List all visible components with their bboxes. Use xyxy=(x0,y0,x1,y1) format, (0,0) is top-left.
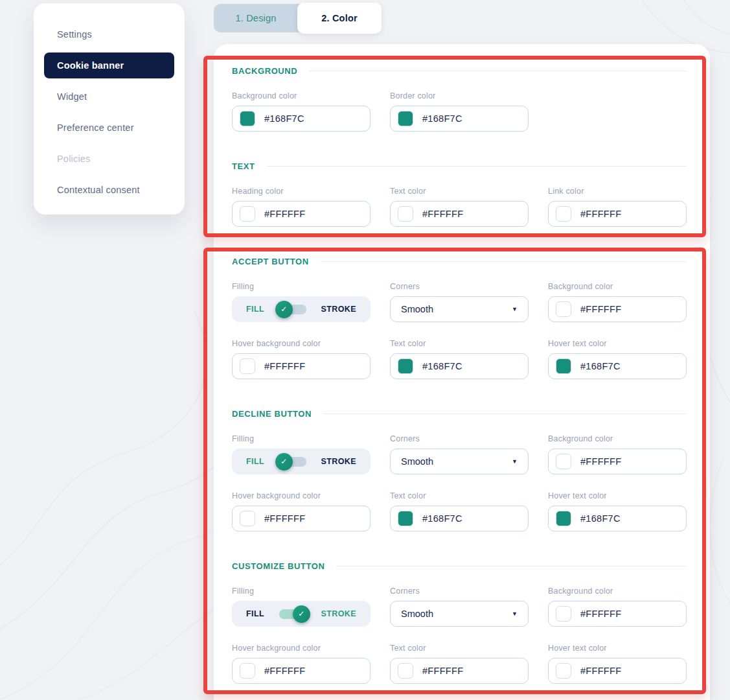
color-swatch[interactable] xyxy=(556,663,571,679)
field-label: Background color xyxy=(548,282,687,291)
field-label: Corners xyxy=(390,587,529,596)
toggle-switch[interactable]: ✓ xyxy=(279,609,306,619)
field-heading-color: Heading color #FFFFFF xyxy=(232,187,371,227)
section-title: TEXT xyxy=(232,161,255,171)
color-swatch[interactable] xyxy=(556,301,571,317)
section-header: ACCEPT BUTTON xyxy=(232,257,687,266)
accept-corners-dropdown[interactable]: Smooth ▼ xyxy=(390,296,529,322)
color-value: #FFFFFF xyxy=(580,209,621,219)
field-filling: Filling FILL ✓ STROKE xyxy=(232,587,371,627)
color-value: #168F7C xyxy=(422,513,462,524)
accept-fill-stroke-toggle[interactable]: FILL ✓ STROKE xyxy=(232,296,371,322)
stroke-option-label[interactable]: STROKE xyxy=(321,305,356,314)
section-accept-button: ACCEPT BUTTON Filling FILL ✓ STROKE xyxy=(232,257,687,379)
color-swatch[interactable] xyxy=(556,206,571,222)
color-value: #FFFFFF xyxy=(264,666,305,676)
sidebar-item-cookie-banner[interactable]: Cookie banner xyxy=(44,52,174,78)
sidebar-item-preference-center[interactable]: Preference center xyxy=(44,115,174,141)
customize-background-color-input[interactable]: #FFFFFF xyxy=(548,601,687,627)
color-swatch[interactable] xyxy=(398,111,413,126)
field-hover-background-color: Hover background color #FFFFFF xyxy=(232,339,371,379)
decline-fill-stroke-toggle[interactable]: FILL ✓ STROKE xyxy=(232,449,371,474)
stroke-option-label[interactable]: STROKE xyxy=(321,609,356,618)
fill-option-label[interactable]: FILL xyxy=(246,457,264,466)
decline-hover-text-color-input[interactable]: #168F7C xyxy=(548,506,687,531)
field-background-color: Background color #FFFFFF xyxy=(548,587,687,627)
color-swatch[interactable] xyxy=(556,511,571,526)
heading-color-input[interactable]: #FFFFFF xyxy=(232,201,371,227)
field-label: Border color xyxy=(390,91,529,100)
border-color-input[interactable]: #168F7C xyxy=(390,106,529,132)
background-color-input[interactable]: #168F7C xyxy=(232,106,371,132)
customize-hover-text-color-input[interactable]: #FFFFFF xyxy=(548,658,687,684)
toggle-knob[interactable]: ✓ xyxy=(275,453,293,471)
sidebar-item-settings[interactable]: Settings xyxy=(44,21,174,47)
sidebar: Settings Cookie banner Widget Preference… xyxy=(34,3,185,215)
field-filling: Filling FILL ✓ STROKE xyxy=(232,434,371,474)
color-value: #FFFFFF xyxy=(422,209,463,219)
field-label: Hover background color xyxy=(232,491,371,500)
field-label: Link color xyxy=(548,187,687,196)
color-swatch[interactable] xyxy=(240,358,255,374)
color-swatch[interactable] xyxy=(240,111,255,126)
text-color-input[interactable]: #FFFFFF xyxy=(390,201,529,227)
tab-color[interactable]: 2. Color xyxy=(297,3,382,34)
accept-hover-text-color-input[interactable]: #168F7C xyxy=(548,353,687,379)
decline-corners-dropdown[interactable]: Smooth ▼ xyxy=(390,449,529,474)
field-background-color: Background color #168F7C xyxy=(232,91,371,132)
accept-background-color-input[interactable]: #FFFFFF xyxy=(548,296,687,322)
color-swatch[interactable] xyxy=(240,206,255,222)
field-text-color: Text color #FFFFFF xyxy=(390,187,529,227)
toggle-knob[interactable]: ✓ xyxy=(293,605,310,623)
section-title: ACCEPT BUTTON xyxy=(232,257,309,266)
accept-text-color-input[interactable]: #168F7C xyxy=(390,353,529,379)
sidebar-item-widget[interactable]: Widget xyxy=(44,84,174,110)
customize-corners-dropdown[interactable]: Smooth ▼ xyxy=(390,601,529,627)
fill-option-label[interactable]: FILL xyxy=(246,609,264,618)
customize-text-color-input[interactable]: #FFFFFF xyxy=(390,658,529,684)
color-swatch[interactable] xyxy=(398,663,413,679)
field-label: Background color xyxy=(548,587,687,596)
customize-hover-background-color-input[interactable]: #FFFFFF xyxy=(232,658,371,684)
customize-fill-stroke-toggle[interactable]: FILL ✓ STROKE xyxy=(232,601,371,627)
color-swatch[interactable] xyxy=(398,511,413,526)
toggle-switch[interactable]: ✓ xyxy=(279,305,306,314)
field-corners: Corners Smooth ▼ xyxy=(390,282,529,322)
field-label: Hover text color xyxy=(548,491,687,500)
color-swatch[interactable] xyxy=(240,663,255,679)
color-swatch[interactable] xyxy=(556,606,571,622)
color-swatch[interactable] xyxy=(398,206,413,222)
sidebar-item-contextual-consent[interactable]: Contextual consent xyxy=(44,177,174,203)
color-value: #168F7C xyxy=(422,361,462,371)
section-divider xyxy=(336,566,687,566)
field-hover-text-color: Hover text color #168F7C xyxy=(548,339,687,379)
stroke-option-label[interactable]: STROKE xyxy=(321,457,356,466)
color-swatch[interactable] xyxy=(240,511,255,526)
section-header: DECLINE BUTTON xyxy=(232,409,687,419)
section-header: TEXT xyxy=(232,161,687,171)
decline-background-color-input[interactable]: #FFFFFF xyxy=(548,449,687,474)
field-label: Text color xyxy=(390,339,529,348)
color-swatch[interactable] xyxy=(398,358,413,374)
toggle-knob[interactable]: ✓ xyxy=(275,301,293,318)
decline-text-color-input[interactable]: #168F7C xyxy=(390,506,529,531)
fill-option-label[interactable]: FILL xyxy=(246,305,264,314)
field-border-color: Border color #168F7C xyxy=(390,91,529,132)
link-color-input[interactable]: #FFFFFF xyxy=(548,201,687,227)
field-label: Text color xyxy=(390,644,529,653)
caret-down-icon: ▼ xyxy=(512,306,518,312)
field-link-color: Link color #FFFFFF xyxy=(548,187,687,227)
color-swatch[interactable] xyxy=(556,358,571,374)
accept-hover-background-color-input[interactable]: #FFFFFF xyxy=(232,353,371,379)
field-label: Background color xyxy=(548,434,687,443)
decline-hover-background-color-input[interactable]: #FFFFFF xyxy=(232,506,371,531)
dropdown-value: Smooth xyxy=(401,456,433,467)
color-swatch[interactable] xyxy=(556,454,571,469)
sidebar-item-policies[interactable]: Policies xyxy=(44,146,174,172)
toggle-switch[interactable]: ✓ xyxy=(279,457,306,467)
color-value: #168F7C xyxy=(264,113,304,124)
tab-design[interactable]: 1. Design xyxy=(214,4,298,32)
field-label: Hover text color xyxy=(548,644,687,653)
check-icon: ✓ xyxy=(280,457,287,466)
section-title: BACKGROUND xyxy=(232,66,297,76)
